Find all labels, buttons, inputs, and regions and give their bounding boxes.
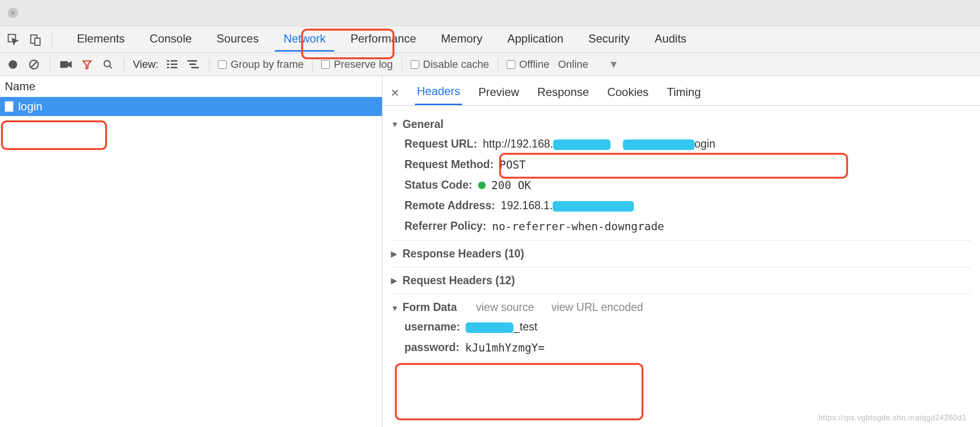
section-response-headers: ▶ Response Headers (10) [391, 241, 971, 267]
triangle-right-icon: ▶ [391, 249, 398, 258]
request-method-value: POST [500, 159, 526, 171]
section-request-headers: ▶ Request Headers (12) [391, 267, 971, 294]
redacted-segment [466, 322, 513, 333]
request-method-label: Request Method: [404, 158, 494, 171]
username-value: _test [466, 320, 537, 333]
record-icon[interactable] [6, 60, 20, 69]
tab-console[interactable]: Console [137, 26, 204, 53]
svg-rect-2 [35, 38, 40, 45]
request-url-label: Request URL: [404, 138, 477, 150]
group-by-frame-checkbox[interactable] [218, 60, 227, 69]
username-suffix: _test [513, 320, 537, 333]
disable-cache-checkbox[interactable] [411, 60, 419, 69]
tab-network[interactable]: Network [271, 26, 338, 53]
svg-rect-9 [167, 60, 169, 62]
svg-rect-10 [171, 60, 177, 62]
svg-line-8 [109, 65, 112, 68]
disable-cache-label: Disable cache [423, 58, 489, 71]
row-password: password: kJu1mhYzmgY= [404, 337, 971, 358]
detail-tab-cookies[interactable]: Cookies [605, 82, 651, 105]
search-icon[interactable] [101, 59, 115, 70]
close-detail-button[interactable]: ✕ [389, 87, 401, 99]
svg-point-3 [9, 60, 17, 69]
offline-checkbox[interactable] [507, 60, 515, 69]
tab-application[interactable]: Application [495, 26, 576, 53]
svg-rect-11 [167, 64, 169, 65]
watermark: https://rps.vgbtogde.shn.matqgd24260d1 [818, 414, 967, 422]
referrer-policy-value: no-referrer-when-downgrade [492, 220, 664, 233]
preserve-log-label: Preserve log [334, 58, 393, 71]
section-general: ▼ General Request URL: http://192.168. o… [391, 111, 971, 241]
document-icon [5, 101, 13, 112]
tab-sources[interactable]: Sources [204, 26, 271, 53]
svg-rect-14 [171, 67, 177, 68]
detail-tab-headers[interactable]: Headers [415, 81, 462, 105]
separator [312, 58, 313, 71]
remote-address-prefix: 192.168.1. [501, 199, 553, 212]
triangle-right-icon: ▶ [391, 276, 398, 285]
redacted-segment [623, 139, 695, 150]
tab-audits[interactable]: Audits [642, 26, 699, 53]
separator [402, 58, 402, 71]
offline-label: Offline [519, 58, 549, 71]
tab-performance[interactable]: Performance [338, 26, 428, 53]
chevron-down-icon[interactable]: ▼ [609, 58, 619, 71]
request-url-prefix: http://192.168. [483, 138, 553, 150]
filter-icon[interactable] [80, 59, 94, 70]
svg-rect-15 [187, 60, 197, 62]
svg-rect-16 [189, 64, 196, 65]
clear-icon[interactable] [27, 59, 41, 70]
devtools-tabbar: Elements Console Sources Network Perform… [0, 26, 980, 53]
request-row[interactable]: login [0, 97, 382, 116]
group-by-frame-label: Group by frame [230, 58, 304, 71]
view-source-link[interactable]: view source [476, 301, 534, 314]
list-view-icon[interactable] [165, 60, 179, 69]
request-headers-title: Request Headers (12) [403, 274, 515, 287]
request-name: login [18, 100, 43, 113]
detail-tab-timing[interactable]: Timing [665, 82, 703, 105]
network-toolbar: View: Group by frame Preserve log Disabl… [0, 53, 980, 76]
row-status-code: Status Code: 200 OK [404, 175, 971, 195]
svg-rect-13 [167, 67, 169, 68]
svg-line-5 [31, 62, 37, 67]
window-close-button[interactable]: ✕ [8, 8, 18, 18]
separator [209, 58, 209, 71]
section-request-headers-header[interactable]: ▶ Request Headers (12) [391, 271, 971, 290]
username-label: username: [404, 320, 460, 333]
view-url-encoded-link[interactable]: view URL encoded [551, 301, 643, 314]
redacted-segment [553, 201, 634, 212]
device-toggle-icon[interactable] [27, 31, 44, 48]
referrer-policy-label: Referrer Policy: [404, 220, 486, 233]
row-remote-address: Remote Address: 192.168.1. [404, 195, 971, 216]
waterfall-view-icon[interactable] [186, 60, 200, 69]
separator [498, 58, 498, 71]
inspect-element-icon[interactable] [5, 31, 22, 48]
row-request-url: Request URL: http://192.168. ogin [404, 134, 971, 154]
request-url-suffix: ogin [695, 138, 715, 150]
svg-rect-6 [60, 61, 68, 68]
tab-memory[interactable]: Memory [429, 26, 495, 53]
section-form-data-header[interactable]: ▼ Form Data view source view URL encoded [391, 298, 971, 317]
throttling-select[interactable]: Online [558, 58, 588, 71]
preserve-log-checkbox[interactable] [321, 60, 330, 69]
triangle-down-icon: ▼ [391, 304, 398, 313]
svg-point-7 [104, 60, 110, 66]
close-icon: ✕ [10, 9, 16, 17]
detail-tab-preview[interactable]: Preview [477, 82, 521, 105]
password-label: password: [404, 341, 459, 354]
status-code-label: Status Code: [404, 179, 472, 192]
tab-security[interactable]: Security [576, 26, 642, 53]
detail-tab-response[interactable]: Response [535, 82, 591, 105]
triangle-down-icon: ▼ [391, 120, 398, 129]
form-data-title: Form Data [403, 301, 457, 314]
titlebar: ✕ [0, 0, 980, 26]
status-code-value: 200 OK [491, 179, 531, 192]
camera-icon[interactable] [59, 60, 73, 69]
section-response-headers-header[interactable]: ▶ Response Headers (10) [391, 245, 971, 263]
tab-elements[interactable]: Elements [65, 26, 137, 53]
request-detail-panel: ✕ Headers Preview Response Cookies Timin… [382, 76, 980, 427]
section-general-header[interactable]: ▼ General [391, 115, 971, 134]
remote-address-value: 192.168.1. [501, 199, 634, 212]
row-username: username: _test [404, 317, 971, 337]
name-column-header[interactable]: Name [0, 76, 382, 97]
